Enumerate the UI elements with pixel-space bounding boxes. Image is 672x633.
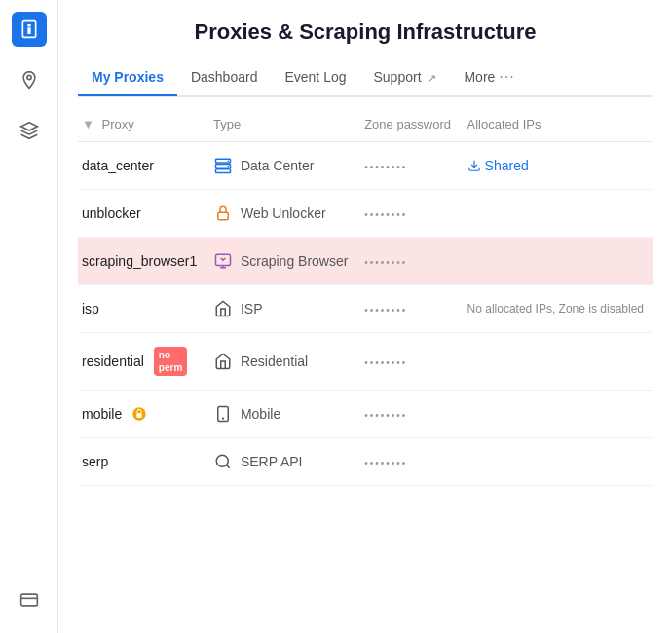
- allocated-cell: Shared: [460, 142, 653, 190]
- svg-rect-0: [27, 27, 30, 34]
- header: Proxies & Scraping Infrastructure My Pro…: [58, 0, 672, 97]
- page-title: Proxies & Scraping Infrastructure: [78, 19, 653, 45]
- password-dots: ••••••••: [364, 305, 407, 316]
- filter-icon: ▼: [82, 117, 94, 131]
- proxy-name: data_center: [82, 158, 154, 173]
- external-link-icon: ↗: [428, 72, 436, 84]
- scraping-browser-icon: [213, 251, 233, 271]
- shared-label: Shared: [485, 158, 529, 173]
- password-cell: ••••••••: [356, 190, 459, 238]
- shared-link[interactable]: Shared: [467, 158, 645, 173]
- col-type: Type: [205, 107, 356, 142]
- table-header-row: ▼ Proxy Type Zone password Allocated IPs: [78, 107, 653, 142]
- type-label: Residential: [241, 354, 308, 369]
- tab-more[interactable]: More ···: [450, 60, 528, 95]
- svg-marker-3: [20, 123, 37, 130]
- nav-tabs: My Proxies Dashboard Event Log Support ↗…: [78, 60, 653, 97]
- proxy-cell: data_center: [78, 142, 205, 190]
- table-row[interactable]: unblocker Web Unlocker ••••••••: [78, 190, 653, 238]
- type-label: Data Center: [241, 158, 314, 173]
- type-cell: Scraping Browser: [205, 238, 356, 285]
- svg-rect-15: [137, 413, 142, 418]
- proxies-table: ▼ Proxy Type Zone password Allocated IPs…: [78, 107, 653, 486]
- type-cell: Data Center: [205, 142, 356, 190]
- password-dots: ••••••••: [364, 162, 407, 172]
- password-cell: ••••••••: [356, 238, 459, 285]
- isp-icon: [213, 299, 233, 318]
- allocated-cell: [460, 333, 653, 391]
- svg-rect-12: [218, 212, 229, 220]
- col-proxy: ▼ Proxy: [78, 107, 205, 142]
- table-row[interactable]: serp SERP API ••••••••: [78, 438, 653, 486]
- type-label: SERP API: [241, 454, 303, 469]
- proxy-cell: residentialnoperm: [78, 333, 205, 391]
- svg-rect-8: [215, 169, 230, 173]
- type-label: ISP: [241, 301, 263, 316]
- type-cell: Mobile: [205, 391, 356, 438]
- sidebar: [0, 0, 58, 633]
- password-cell: ••••••••: [356, 438, 459, 486]
- password-dots: ••••••••: [364, 410, 407, 421]
- tab-my-proxies[interactable]: My Proxies: [78, 61, 177, 94]
- more-dots-icon: ···: [499, 68, 514, 85]
- no-allocated-label: No allocated IPs, Zone is disabled: [467, 302, 644, 316]
- allocated-cell: [460, 391, 653, 438]
- serp-icon: [213, 452, 233, 471]
- password-cell: ••••••••: [356, 285, 459, 333]
- proxy-name: scraping_browser1: [82, 253, 197, 269]
- password-cell: ••••••••: [356, 142, 459, 190]
- tab-event-log[interactable]: Event Log: [271, 61, 359, 94]
- lock-badge: [131, 406, 147, 422]
- password-cell: ••••••••: [356, 333, 459, 391]
- type-cell: SERP API: [205, 438, 356, 486]
- type-cell: Web Unlocker: [205, 190, 356, 238]
- sidebar-item-layers[interactable]: [12, 113, 47, 148]
- svg-point-10: [227, 166, 229, 168]
- tab-dashboard[interactable]: Dashboard: [177, 61, 272, 94]
- allocated-cell: [460, 190, 653, 238]
- svg-point-9: [227, 160, 229, 162]
- allocated-cell: [460, 438, 653, 486]
- sidebar-item-info[interactable]: [12, 12, 47, 47]
- svg-rect-1: [27, 24, 30, 27]
- no-perm-badge: noperm: [154, 347, 187, 376]
- type-label: Mobile: [241, 406, 280, 422]
- sidebar-item-location[interactable]: [12, 62, 47, 97]
- type-cell: Residential: [205, 333, 356, 391]
- password-dots: ••••••••: [364, 257, 407, 268]
- password-dots: ••••••••: [364, 357, 407, 368]
- mobile-icon: [213, 404, 233, 424]
- main-content: Proxies & Scraping Infrastructure My Pro…: [58, 0, 672, 633]
- proxy-name: serp: [82, 454, 108, 469]
- svg-line-19: [226, 465, 229, 467]
- svg-point-18: [216, 455, 228, 466]
- tab-support[interactable]: Support ↗: [360, 61, 451, 94]
- allocated-cell: [460, 238, 653, 285]
- type-cell: ISP: [205, 285, 356, 333]
- data-center-icon: [213, 156, 233, 175]
- proxy-cell: scraping_browser1: [78, 238, 205, 285]
- proxy-name: unblocker: [82, 205, 141, 221]
- table-row[interactable]: residentialnoperm Residential ••••••••: [78, 333, 653, 391]
- table-row[interactable]: mobile Mobile ••••••••: [78, 391, 653, 438]
- password-dots: ••••••••: [364, 458, 407, 468]
- proxy-cell: unblocker: [78, 190, 205, 238]
- type-label: Scraping Browser: [241, 253, 349, 269]
- proxy-cell: isp: [78, 285, 205, 333]
- type-label: Web Unlocker: [241, 205, 326, 221]
- table-row[interactable]: scraping_browser1 Scraping Browser •••••…: [78, 238, 653, 285]
- table-row[interactable]: isp ISP ••••••••No allocated IPs, Zone i…: [78, 285, 653, 333]
- residential-icon: [213, 352, 233, 371]
- proxy-name: residential: [82, 354, 144, 369]
- col-allocated: Allocated IPs: [460, 107, 653, 142]
- svg-rect-4: [20, 594, 37, 606]
- table-row[interactable]: data_center Data Center •••••••• Shared: [78, 142, 653, 190]
- password-cell: ••••••••: [356, 391, 459, 438]
- password-dots: ••••••••: [364, 209, 407, 220]
- proxy-name: mobile: [82, 406, 122, 422]
- sidebar-item-card[interactable]: [12, 582, 47, 617]
- proxies-table-container: ▼ Proxy Type Zone password Allocated IPs…: [58, 107, 672, 633]
- col-password: Zone password: [356, 107, 459, 142]
- proxy-name: isp: [82, 301, 99, 316]
- web-unlocker-icon: [213, 204, 233, 223]
